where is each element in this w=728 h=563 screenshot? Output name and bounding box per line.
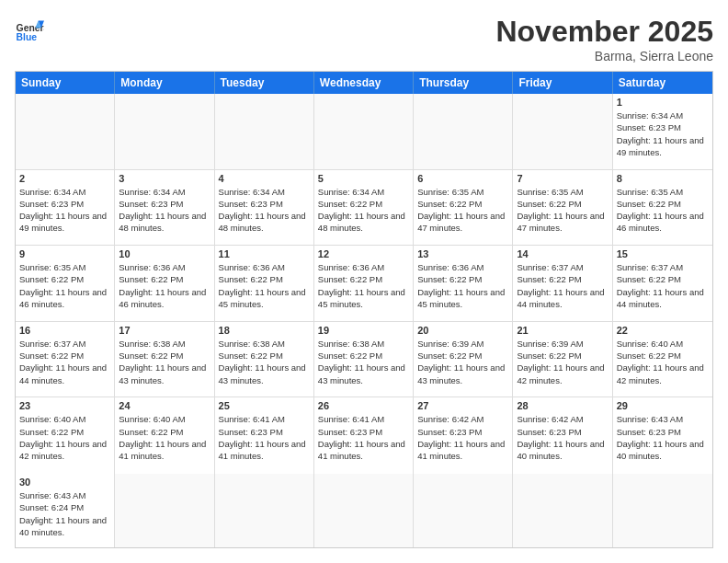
cell-text: Sunrise: 6:40 AM Sunset: 6:22 PM Dayligh… (617, 338, 709, 386)
day-number: 8 (617, 173, 709, 184)
calendar-cell-29: 29Sunrise: 6:43 AM Sunset: 6:23 PM Dayli… (613, 397, 712, 474)
calendar-cell-21: 21Sunrise: 6:39 AM Sunset: 6:22 PM Dayli… (513, 322, 612, 398)
calendar-cell-empty-5 (513, 94, 612, 170)
cell-text: Sunrise: 6:35 AM Sunset: 6:22 PM Dayligh… (617, 186, 709, 235)
calendar-cell-2: 2Sunrise: 6:34 AM Sunset: 6:23 PM Daylig… (16, 170, 115, 247)
calendar-cell-15: 15Sunrise: 6:37 AM Sunset: 6:22 PM Dayli… (613, 246, 712, 322)
cell-text: Sunrise: 6:35 AM Sunset: 6:22 PM Dayligh… (517, 186, 608, 235)
calendar-cell-empty-36 (115, 474, 214, 547)
calendar-cell-3: 3Sunrise: 6:34 AM Sunset: 6:23 PM Daylig… (115, 170, 214, 247)
calendar-cell-24: 24Sunrise: 6:40 AM Sunset: 6:22 PM Dayli… (115, 397, 214, 474)
day-number: 17 (119, 325, 210, 336)
calendar-cell-13: 13Sunrise: 6:36 AM Sunset: 6:22 PM Dayli… (414, 246, 513, 322)
calendar-cell-empty-2 (215, 94, 314, 170)
day-number: 16 (19, 325, 110, 336)
cell-text: Sunrise: 6:36 AM Sunset: 6:22 PM Dayligh… (417, 261, 508, 310)
day-number: 23 (19, 400, 110, 411)
day-number: 18 (219, 325, 310, 336)
cell-text: Sunrise: 6:35 AM Sunset: 6:22 PM Dayligh… (19, 261, 110, 310)
day-number: 10 (119, 248, 210, 259)
cell-text: Sunrise: 6:40 AM Sunset: 6:22 PM Dayligh… (119, 413, 210, 462)
calendar-cell-14: 14Sunrise: 6:37 AM Sunset: 6:22 PM Dayli… (513, 246, 612, 322)
cell-text: Sunrise: 6:34 AM Sunset: 6:23 PM Dayligh… (219, 186, 310, 235)
calendar-cell-28: 28Sunrise: 6:42 AM Sunset: 6:23 PM Dayli… (513, 397, 612, 474)
cell-text: Sunrise: 6:36 AM Sunset: 6:22 PM Dayligh… (318, 261, 409, 310)
day-number: 13 (417, 248, 508, 259)
calendar-cell-empty-41 (613, 474, 712, 547)
calendar-grid: 1Sunrise: 6:34 AM Sunset: 6:23 PM Daylig… (16, 94, 712, 547)
page: General Blue November 2025 Barma, Sierra… (0, 0, 728, 563)
cell-text: Sunrise: 6:42 AM Sunset: 6:23 PM Dayligh… (417, 413, 508, 462)
svg-text:Blue: Blue (17, 32, 38, 42)
day-number: 5 (318, 173, 409, 184)
cell-text: Sunrise: 6:41 AM Sunset: 6:23 PM Dayligh… (318, 413, 409, 462)
calendar-cell-empty-37 (215, 474, 314, 547)
calendar-cell-empty-1 (115, 94, 214, 170)
cell-text: Sunrise: 6:39 AM Sunset: 6:22 PM Dayligh… (417, 338, 508, 386)
cell-text: Sunrise: 6:37 AM Sunset: 6:22 PM Dayligh… (19, 338, 110, 386)
day-number: 24 (119, 400, 210, 411)
cell-text: Sunrise: 6:37 AM Sunset: 6:22 PM Dayligh… (617, 261, 709, 310)
day-number: 27 (417, 400, 508, 411)
calendar-cell-empty-39 (414, 474, 513, 547)
cell-text: Sunrise: 6:37 AM Sunset: 6:22 PM Dayligh… (517, 261, 608, 310)
day-header-saturday: Saturday (613, 72, 712, 94)
day-header-tuesday: Tuesday (215, 72, 314, 94)
day-header-friday: Friday (513, 72, 612, 94)
cell-text: Sunrise: 6:35 AM Sunset: 6:22 PM Dayligh… (417, 186, 508, 235)
month-title: November 2025 (495, 15, 713, 49)
calendar-cell-19: 19Sunrise: 6:38 AM Sunset: 6:22 PM Dayli… (314, 322, 414, 398)
cell-text: Sunrise: 6:39 AM Sunset: 6:22 PM Dayligh… (517, 338, 608, 386)
day-header-sunday: Sunday (16, 72, 115, 94)
day-number: 15 (617, 248, 709, 259)
cell-text: Sunrise: 6:43 AM Sunset: 6:24 PM Dayligh… (19, 489, 110, 538)
day-header-wednesday: Wednesday (314, 72, 414, 94)
calendar-cell-11: 11Sunrise: 6:36 AM Sunset: 6:22 PM Dayli… (215, 246, 314, 322)
day-headers: SundayMondayTuesdayWednesdayThursdayFrid… (16, 72, 712, 94)
cell-text: Sunrise: 6:41 AM Sunset: 6:23 PM Dayligh… (219, 413, 310, 462)
cell-text: Sunrise: 6:34 AM Sunset: 6:23 PM Dayligh… (617, 109, 709, 158)
cell-text: Sunrise: 6:40 AM Sunset: 6:22 PM Dayligh… (19, 413, 110, 462)
day-number: 4 (219, 173, 310, 184)
day-number: 2 (19, 173, 110, 184)
day-number: 12 (318, 248, 409, 259)
header: General Blue November 2025 Barma, Sierra… (15, 15, 713, 63)
day-number: 21 (517, 325, 608, 336)
logo-icon: General Blue (15, 15, 44, 44)
day-number: 1 (617, 97, 709, 108)
cell-text: Sunrise: 6:36 AM Sunset: 6:22 PM Dayligh… (219, 261, 310, 310)
day-number: 11 (219, 248, 310, 259)
day-number: 14 (517, 248, 608, 259)
calendar-cell-22: 22Sunrise: 6:40 AM Sunset: 6:22 PM Dayli… (613, 322, 712, 398)
calendar-cell-empty-4 (414, 94, 513, 170)
day-number: 9 (19, 248, 110, 259)
calendar-cell-16: 16Sunrise: 6:37 AM Sunset: 6:22 PM Dayli… (16, 322, 115, 398)
day-header-monday: Monday (115, 72, 214, 94)
calendar-cell-10: 10Sunrise: 6:36 AM Sunset: 6:22 PM Dayli… (115, 246, 214, 322)
calendar-cell-9: 9Sunrise: 6:35 AM Sunset: 6:22 PM Daylig… (16, 246, 115, 322)
day-number: 25 (219, 400, 310, 411)
calendar-cell-18: 18Sunrise: 6:38 AM Sunset: 6:22 PM Dayli… (215, 322, 314, 398)
calendar-cell-17: 17Sunrise: 6:38 AM Sunset: 6:22 PM Dayli… (115, 322, 214, 398)
title-area: November 2025 Barma, Sierra Leone (495, 15, 713, 63)
day-number: 29 (617, 400, 709, 411)
calendar-cell-empty-40 (513, 474, 612, 547)
cell-text: Sunrise: 6:36 AM Sunset: 6:22 PM Dayligh… (119, 261, 210, 310)
cell-text: Sunrise: 6:38 AM Sunset: 6:22 PM Dayligh… (119, 338, 210, 386)
calendar-cell-7: 7Sunrise: 6:35 AM Sunset: 6:22 PM Daylig… (513, 170, 612, 247)
calendar-cell-8: 8Sunrise: 6:35 AM Sunset: 6:22 PM Daylig… (613, 170, 712, 247)
calendar-cell-26: 26Sunrise: 6:41 AM Sunset: 6:23 PM Dayli… (314, 397, 414, 474)
cell-text: Sunrise: 6:38 AM Sunset: 6:22 PM Dayligh… (219, 338, 310, 386)
calendar-cell-empty-38 (314, 474, 414, 547)
calendar-cell-27: 27Sunrise: 6:42 AM Sunset: 6:23 PM Dayli… (414, 397, 513, 474)
location: Barma, Sierra Leone (495, 49, 713, 63)
cell-text: Sunrise: 6:34 AM Sunset: 6:22 PM Dayligh… (318, 186, 409, 235)
calendar-cell-30: 30Sunrise: 6:43 AM Sunset: 6:24 PM Dayli… (16, 474, 115, 547)
day-number: 7 (517, 173, 608, 184)
cell-text: Sunrise: 6:34 AM Sunset: 6:23 PM Dayligh… (119, 186, 210, 235)
day-number: 22 (617, 325, 709, 336)
cell-text: Sunrise: 6:43 AM Sunset: 6:23 PM Dayligh… (617, 413, 709, 462)
day-number: 20 (417, 325, 508, 336)
logo: General Blue (15, 15, 44, 44)
calendar-cell-25: 25Sunrise: 6:41 AM Sunset: 6:23 PM Dayli… (215, 397, 314, 474)
